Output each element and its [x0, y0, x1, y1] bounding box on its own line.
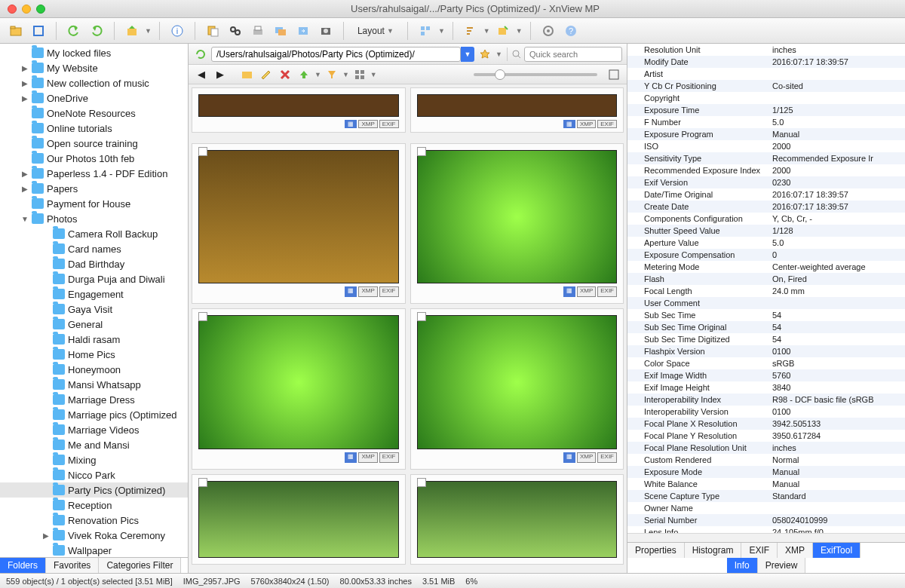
tree-item[interactable]: Open source training	[0, 136, 188, 151]
thumbnail-grid[interactable]: ▦XMPEXIF ▦XMPEXIF ▦XMPEXIF ▦XMPEXIF ▦XMP…	[189, 84, 627, 573]
refresh-icon[interactable]	[193, 47, 208, 62]
thumbnail-item[interactable]	[410, 474, 624, 565]
funnel-filter-icon[interactable]	[324, 66, 340, 83]
thumbnail-item[interactable]: ▦XMPEXIF	[192, 87, 406, 133]
tree-item[interactable]: ▶Vivek Roka Ceremony	[0, 528, 188, 543]
thumbnail-item[interactable]	[192, 474, 406, 565]
tree-item-photos[interactable]: ▼Photos	[0, 211, 188, 226]
tree-item[interactable]: Payment for House	[0, 196, 188, 211]
nav-back-icon[interactable]: ◀	[193, 66, 210, 83]
tree-item[interactable]: Honeymoon	[0, 362, 188, 377]
tree-item[interactable]: Home Pics	[0, 347, 188, 362]
find-icon[interactable]	[225, 21, 245, 41]
tree-item[interactable]: Me and Mansi	[0, 437, 188, 452]
convert-icon[interactable]	[293, 21, 313, 41]
open-icon[interactable]	[6, 21, 26, 41]
tree-item[interactable]: Dad Birthday	[0, 256, 188, 271]
undo-icon[interactable]	[64, 21, 84, 41]
copy-icon[interactable]	[203, 21, 222, 41]
tree-item[interactable]: General	[0, 317, 188, 332]
tree-item[interactable]: OneNote Resources	[0, 106, 188, 121]
thumbnail-checkbox[interactable]	[198, 312, 207, 321]
minimize-window-button[interactable]	[22, 5, 31, 14]
tree-item[interactable]: Marriage Videos	[0, 422, 188, 437]
delete-icon[interactable]	[277, 66, 293, 83]
tab-favorites[interactable]: Favorites	[46, 558, 99, 573]
tree-item[interactable]: Marriage Dress	[0, 392, 188, 407]
help-icon[interactable]: ?	[561, 21, 581, 41]
tree-item[interactable]: Mansi Whatsapp	[0, 377, 188, 392]
view-mode-icon[interactable]	[416, 21, 435, 41]
thumbnail-item[interactable]: ▦XMPEXIF	[192, 308, 406, 470]
tree-item[interactable]: ▶New collection of music	[0, 75, 188, 90]
tree-item[interactable]: Haldi rasam	[0, 332, 188, 347]
tree-item[interactable]: ▶OneDrive	[0, 90, 188, 106]
grid-icon[interactable]	[351, 66, 368, 83]
maximize-window-button[interactable]	[36, 5, 45, 14]
favorite-star-icon[interactable]	[477, 44, 492, 64]
horizontal-scrollbar[interactable]	[627, 533, 905, 542]
tree-item[interactable]: Camera Roll Backup	[0, 226, 188, 241]
thumbnail-checkbox[interactable]	[417, 147, 426, 156]
tree-item[interactable]: Our Photos 10th feb	[0, 151, 188, 166]
tab-properties[interactable]: Properties	[627, 543, 685, 558]
layout-dropdown[interactable]: Layout▼	[351, 23, 400, 39]
tree-item[interactable]: Card names	[0, 241, 188, 256]
tree-item[interactable]: Renovation Pics	[0, 513, 188, 528]
path-dropdown-icon[interactable]: ▼	[461, 47, 474, 62]
tree-item[interactable]: ▶Papers	[0, 181, 188, 196]
thumbnail-checkbox[interactable]	[417, 312, 426, 321]
fullscreen-icon[interactable]	[29, 21, 48, 41]
nav-forward-icon[interactable]: ▶	[212, 66, 229, 83]
tab-categories[interactable]: Categories Filter	[99, 558, 181, 573]
tree-item[interactable]: Durga Puja and Diwali	[0, 271, 188, 286]
tree-item[interactable]: Reception	[0, 498, 188, 513]
thumbnail-checkbox[interactable]	[417, 478, 426, 487]
close-window-button[interactable]	[8, 5, 17, 14]
new-folder-icon[interactable]	[239, 66, 256, 83]
thumbnail-size-slider[interactable]	[468, 73, 603, 76]
filter-icon[interactable]	[493, 21, 513, 41]
tree-item[interactable]: Party Pics (Optimized)	[0, 482, 188, 498]
tab-xmp[interactable]: XMP	[778, 543, 813, 558]
settings-icon[interactable]	[538, 21, 558, 41]
info-icon[interactable]: i	[167, 21, 187, 41]
path-input[interactable]	[211, 47, 461, 62]
exif-row: FlashOn, Fired	[627, 273, 905, 285]
tree-item[interactable]: Online tutorials	[0, 121, 188, 136]
thumbnail-checkbox[interactable]	[198, 478, 207, 487]
tab-folders[interactable]: Folders	[0, 558, 46, 573]
up-icon[interactable]	[296, 66, 312, 83]
tree-item[interactable]: Marriage pics (Optimized	[0, 407, 188, 422]
tab-preview[interactable]: Preview	[758, 558, 806, 573]
tree-item[interactable]: Nicco Park	[0, 467, 188, 482]
tab-exiftool[interactable]: ExifTool	[813, 543, 861, 558]
exif-row: Exif Image Height3840	[627, 381, 905, 394]
tab-info[interactable]: Info	[727, 558, 758, 573]
tree-item[interactable]: Mixing	[0, 452, 188, 467]
capture-icon[interactable]	[316, 21, 336, 41]
thumbnail-checkbox[interactable]	[198, 147, 207, 156]
expand-icon[interactable]	[606, 66, 622, 83]
tab-exif[interactable]: EXIF	[741, 543, 778, 558]
thumbnail-item[interactable]: ▦XMPEXIF	[410, 308, 624, 470]
tab-histogram[interactable]: Histogram	[685, 543, 742, 558]
rename-icon[interactable]	[258, 66, 275, 83]
folder-tree[interactable]: My locked files▶My Website▶New collectio…	[0, 44, 188, 557]
tree-item[interactable]: ▶Paperless 1.4 - PDF Edition	[0, 166, 188, 181]
exif-table[interactable]: Resolution UnitinchesModify Date2016:07:…	[627, 44, 905, 533]
batch-convert-icon[interactable]	[271, 21, 290, 41]
tree-item[interactable]: My locked files	[0, 45, 188, 60]
thumbnail-item[interactable]: ▦XMPEXIF	[410, 143, 624, 305]
goto-folder-icon[interactable]	[122, 21, 142, 41]
redo-icon[interactable]	[87, 21, 106, 41]
print-icon[interactable]	[248, 21, 268, 41]
thumbnail-item[interactable]: ▦XMPEXIF	[410, 87, 624, 133]
tree-item[interactable]: Wallpaper	[0, 543, 188, 557]
tree-item[interactable]: ▶My Website	[0, 60, 188, 75]
tree-item[interactable]: Gaya Visit	[0, 302, 188, 317]
quick-search-input[interactable]	[524, 47, 622, 62]
tree-item[interactable]: Engagement	[0, 286, 188, 302]
thumbnail-item[interactable]: ▦XMPEXIF	[192, 143, 406, 305]
sort-icon[interactable]	[461, 21, 480, 41]
